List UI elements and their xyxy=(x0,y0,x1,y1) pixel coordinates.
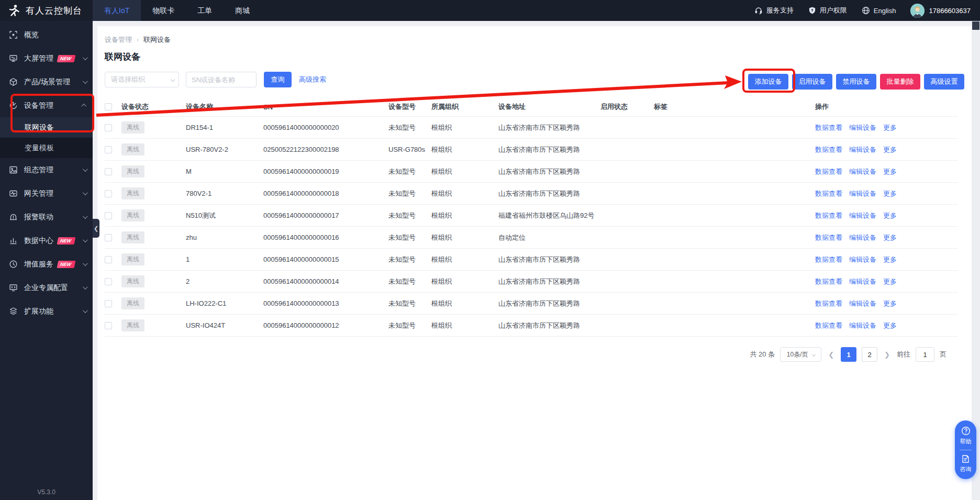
sidebar-item-product-scene[interactable]: 产品/场景管理 xyxy=(0,70,93,94)
row-checkbox[interactable] xyxy=(105,322,112,329)
sn-search-input[interactable] xyxy=(186,72,257,87)
next-page-button[interactable]: ❯ xyxy=(883,351,892,359)
view-data-link[interactable]: 数据查看 xyxy=(815,233,842,242)
row-checkbox[interactable] xyxy=(105,256,112,263)
edit-device-link[interactable]: 编辑设备 xyxy=(849,321,876,330)
edit-device-link[interactable]: 编辑设备 xyxy=(849,145,876,154)
more-link[interactable]: 更多 xyxy=(883,277,897,286)
goto-page-input[interactable] xyxy=(916,347,934,362)
consult-label[interactable]: 咨询 xyxy=(960,465,972,473)
device-sn: 00059614000000000019 xyxy=(263,168,388,175)
user-account[interactable]: 17866603637 xyxy=(910,4,971,18)
view-data-link[interactable]: 数据查看 xyxy=(815,189,842,198)
row-checkbox[interactable] xyxy=(105,300,112,307)
shield-icon xyxy=(808,6,816,15)
row-checkbox[interactable] xyxy=(105,234,112,241)
query-button[interactable]: 查询 xyxy=(264,72,292,87)
add-device-button[interactable]: 添加设备 xyxy=(748,74,788,90)
image-icon xyxy=(9,165,18,174)
row-checkbox[interactable] xyxy=(105,212,112,219)
advanced-settings-button[interactable]: 高级设置 xyxy=(924,74,964,90)
prev-page-button[interactable]: ❮ xyxy=(827,351,836,359)
sidebar-item-variable-templates[interactable]: 变量模板 xyxy=(0,138,93,158)
pagination: 共 20 条 10条/页 ❮ 1 2 ❯ 前往 页 xyxy=(750,347,947,362)
enable-device-button[interactable]: 启用设备 xyxy=(792,74,832,90)
view-data-link[interactable]: 数据查看 xyxy=(815,255,842,264)
tab-iot-card[interactable]: 物联卡 xyxy=(141,0,186,21)
language-switcher[interactable]: English xyxy=(862,6,896,15)
sidebar-item-extended-functions[interactable]: 扩展功能 xyxy=(0,299,93,323)
device-org: 根组织 xyxy=(431,299,498,308)
device-table: 设备状态 设备名称 SN 设备型号 所属组织 设备地址 启用状态 标签 操作 离… xyxy=(105,97,958,337)
edit-device-link[interactable]: 编辑设备 xyxy=(849,189,876,198)
more-link[interactable]: 更多 xyxy=(883,167,897,176)
more-link[interactable]: 更多 xyxy=(883,233,897,242)
view-data-link[interactable]: 数据查看 xyxy=(815,211,842,220)
topbar: 有人云控制台 有人IoT 物联卡 工单 商城 服务支持 xyxy=(0,0,980,21)
edit-device-link[interactable]: 编辑设备 xyxy=(849,277,876,286)
row-checkbox[interactable] xyxy=(105,278,112,285)
page-button-1[interactable]: 1 xyxy=(841,347,856,362)
more-link[interactable]: 更多 xyxy=(883,211,897,220)
view-data-link[interactable]: 数据查看 xyxy=(815,299,842,308)
org-select[interactable]: 请选择组织 xyxy=(105,72,179,87)
sidebar-item-value-added-services[interactable]: 增值服务 NEW xyxy=(0,252,93,276)
disable-device-button[interactable]: 禁用设备 xyxy=(836,74,876,90)
edit-device-link[interactable]: 编辑设备 xyxy=(849,233,876,242)
user-permissions-link[interactable]: 用户权限 xyxy=(808,6,847,15)
device-name: M xyxy=(186,168,263,175)
sidebar-collapse-handle[interactable]: ❮ xyxy=(93,219,99,238)
sidebar-item-screen-mgmt[interactable]: 大屏管理 NEW xyxy=(0,47,93,70)
new-badge: NEW xyxy=(57,237,76,245)
tab-mall[interactable]: 商城 xyxy=(224,0,261,21)
chevron-down-icon xyxy=(83,284,88,290)
view-data-link[interactable]: 数据查看 xyxy=(815,167,842,176)
edit-device-link[interactable]: 编辑设备 xyxy=(849,299,876,308)
gateway-icon xyxy=(9,189,18,198)
device-sn: 00059614000000000018 xyxy=(263,190,388,197)
advanced-search-link[interactable]: 高级搜索 xyxy=(299,75,326,84)
select-all-checkbox[interactable] xyxy=(105,103,112,110)
more-link[interactable]: 更多 xyxy=(883,299,897,308)
scrollbar-thumb[interactable] xyxy=(972,21,979,30)
content-card: 设备管理 › 联网设备 联网设备 请选择组织 查询 高级搜索 添加设备 启用设备… xyxy=(97,26,972,500)
table-row: 离线 M 00059614000000000019 未知型号 根组织 山东省济南… xyxy=(105,161,958,183)
edit-device-link[interactable]: 编辑设备 xyxy=(849,211,876,220)
row-checkbox[interactable] xyxy=(105,190,112,197)
view-data-link[interactable]: 数据查看 xyxy=(815,123,842,132)
more-link[interactable]: 更多 xyxy=(883,145,897,154)
service-support-link[interactable]: 服务支持 xyxy=(754,6,794,15)
tab-usr-iot[interactable]: 有人IoT xyxy=(93,0,141,21)
more-link[interactable]: 更多 xyxy=(883,189,897,198)
edit-device-link[interactable]: 编辑设备 xyxy=(849,167,876,176)
row-checkbox[interactable] xyxy=(105,168,112,175)
help-widget[interactable]: 帮助 咨询 xyxy=(955,420,976,479)
sidebar-item-gateway-mgmt[interactable]: 网关管理 xyxy=(0,182,93,205)
row-checkbox[interactable] xyxy=(105,124,112,131)
more-link[interactable]: 更多 xyxy=(883,255,897,264)
sidebar-item-scada-mgmt[interactable]: 组态管理 xyxy=(0,158,93,182)
more-link[interactable]: 更多 xyxy=(883,123,897,132)
help-label[interactable]: 帮助 xyxy=(960,438,972,446)
more-link[interactable]: 更多 xyxy=(883,321,897,330)
sidebar-item-enterprise-config[interactable]: 企业专属配置 xyxy=(0,276,93,299)
breadcrumb-parent[interactable]: 设备管理 xyxy=(105,35,132,45)
page-size-select[interactable]: 10条/页 xyxy=(780,347,821,362)
row-checkbox[interactable] xyxy=(105,146,112,153)
page-button-2[interactable]: 2 xyxy=(862,347,877,362)
sidebar-item-alarm-linkage[interactable]: 报警联动 xyxy=(0,205,93,229)
chevron-up-icon xyxy=(81,104,86,109)
sidebar-item-data-center[interactable]: 数据中心 NEW xyxy=(0,229,93,252)
edit-device-link[interactable]: 编辑设备 xyxy=(849,123,876,132)
sidebar-item-device-mgmt[interactable]: 设备管理 xyxy=(0,94,93,117)
batch-delete-button[interactable]: 批量删除 xyxy=(880,74,920,90)
sidebar-item-networked-devices[interactable]: 联网设备 xyxy=(0,117,93,138)
chevron-down-icon xyxy=(83,166,88,172)
edit-device-link[interactable]: 编辑设备 xyxy=(849,255,876,264)
sidebar-item-overview[interactable]: 概览 xyxy=(0,23,93,47)
tab-work-order[interactable]: 工单 xyxy=(186,0,224,21)
view-data-link[interactable]: 数据查看 xyxy=(815,145,842,154)
device-name: 780V2-1 xyxy=(186,190,263,197)
view-data-link[interactable]: 数据查看 xyxy=(815,321,842,330)
view-data-link[interactable]: 数据查看 xyxy=(815,277,842,286)
